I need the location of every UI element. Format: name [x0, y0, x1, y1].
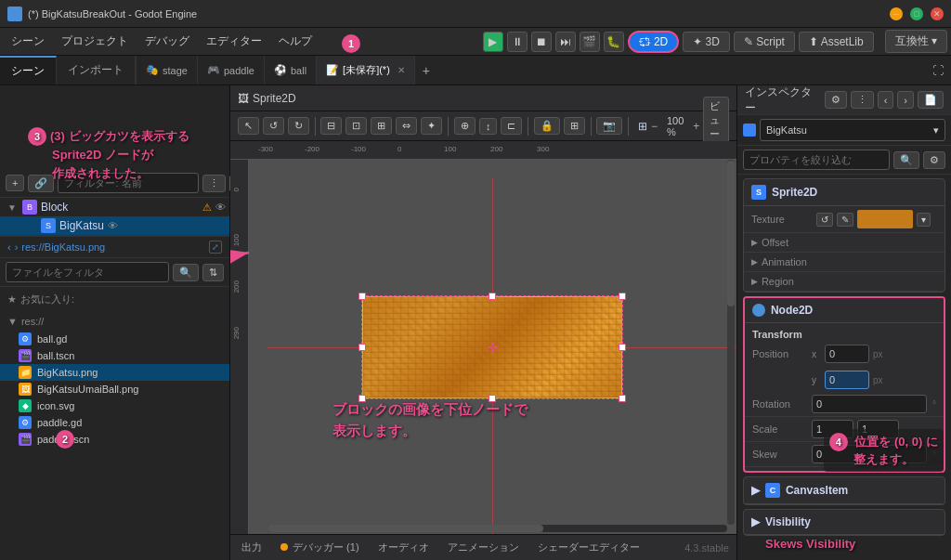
compat-button[interactable]: 互換性 ▾ [885, 30, 947, 53]
texture-preview[interactable] [857, 210, 913, 228]
move-tool[interactable]: ⊏ [501, 117, 522, 135]
lock-tool[interactable]: 🔒 [534, 117, 560, 135]
filter-search-icon[interactable]: 🔍 [893, 151, 919, 169]
file-sort-icon[interactable]: ⇅ [202, 264, 224, 281]
texture-edit[interactable]: ✎ [837, 213, 853, 227]
add-node-button[interactable]: + [6, 175, 24, 191]
tab-import[interactable]: インポート [57, 56, 136, 85]
minimize-button[interactable]: ─ [890, 7, 903, 20]
nav-forward-icon[interactable]: › [15, 241, 19, 253]
zoom-minus[interactable]: − [651, 120, 658, 133]
scrollbar-v-thumb[interactable] [727, 161, 735, 306]
zoom-in[interactable]: ⊕ [454, 117, 476, 135]
inspector-scroll[interactable]: S Sprite2D Texture ↺ ✎ ▾ ▶ Offset [737, 175, 951, 560]
menu-debug[interactable]: デバッグ [137, 31, 197, 52]
scale-x-input[interactable]: 1 [812, 420, 853, 438]
debug-button[interactable]: 🐛 [604, 32, 624, 52]
offset-section[interactable]: ▶ Offset [744, 233, 944, 253]
mode-2d-button[interactable]: ⮔ 2D [628, 31, 679, 53]
handle-bottom-right[interactable] [619, 395, 626, 402]
tab-ball[interactable]: ⚽ ball [265, 56, 317, 85]
tree-node-bigkatsu[interactable]: S BigKatsu 👁 [0, 216, 229, 235]
scrollbar-horizontal[interactable] [267, 525, 727, 532]
tab-paddle[interactable]: 🎮 paddle [198, 56, 265, 85]
region-section[interactable]: ▶ Region [744, 272, 944, 292]
skew-input[interactable]: 0 [812, 445, 927, 463]
inspector-nav-forward[interactable]: › [897, 91, 914, 109]
movie-button[interactable]: 🎬 [580, 32, 600, 52]
texture-reset[interactable]: ↺ [816, 213, 833, 227]
eye-icon[interactable]: 👁 [215, 202, 226, 213]
rotate-right[interactable]: ↻ [288, 117, 309, 135]
assetlib-button[interactable]: ⬆ AssetLib [799, 32, 874, 52]
inspector-nav-back[interactable]: ‹ [878, 91, 894, 109]
file-filter-input[interactable] [6, 262, 169, 282]
inspector-docs[interactable]: 📄 [918, 91, 944, 109]
pivot-tool[interactable]: ✦ [421, 117, 442, 135]
play-button[interactable]: ▶ [483, 32, 503, 52]
camera-tool[interactable]: 📷 [596, 117, 622, 135]
script-button[interactable]: ✎ Script [734, 32, 795, 52]
snap-toggle[interactable]: ⊡ [345, 117, 367, 135]
close-button[interactable]: ✕ [931, 7, 944, 20]
handle-top-right[interactable] [619, 293, 626, 300]
add-tab-button[interactable]: + [415, 63, 437, 78]
handle-top-left[interactable] [358, 293, 366, 300]
handle-top-middle[interactable] [489, 293, 496, 300]
scene-more-button[interactable]: ⋮ [202, 175, 226, 192]
output-tab[interactable]: 出力 [238, 540, 266, 554]
viewport-canvas[interactable]: -300 -200 -100 0 100 200 300 0 100 200 2… [230, 141, 736, 534]
node-selector[interactable]: BigKatsu ▾ [760, 119, 945, 141]
menu-project[interactable]: プロジェクト [54, 31, 136, 52]
rotation-input[interactable]: 0 [812, 395, 927, 413]
pause-button[interactable]: ⏸ [507, 32, 528, 52]
file-item-ball-gd[interactable]: ⚙ ball.gd [0, 331, 229, 347]
animation-section[interactable]: ▶ Animation [744, 253, 944, 272]
inspector-settings[interactable]: ⚙ [825, 91, 847, 109]
handle-middle-left[interactable] [358, 344, 366, 351]
audio-tab[interactable]: オーディオ [374, 540, 433, 554]
menu-help[interactable]: ヘルプ [271, 31, 319, 52]
tab-scene[interactable]: シーン [0, 56, 57, 85]
scrollbar-h-thumb[interactable] [267, 525, 543, 532]
animation-tab[interactable]: アニメーション [444, 540, 523, 554]
add-tool[interactable]: ⊞ [371, 117, 392, 135]
inspector-more[interactable]: ⋮ [851, 91, 874, 109]
mirror-h[interactable]: ⇔ [396, 117, 417, 135]
favorites-header[interactable]: ★ お気に入り: [7, 291, 222, 308]
nav-back-icon[interactable]: ‹ [7, 241, 11, 253]
zoom-out[interactable]: ↕ [479, 118, 498, 135]
shader-editor-tab[interactable]: シェーダーエディター [534, 540, 644, 554]
rotate-left[interactable]: ↺ [263, 117, 284, 135]
position-y-input[interactable]: 0 [825, 371, 869, 389]
close-tab-icon[interactable]: ✕ [397, 65, 405, 75]
fullscreen-button[interactable]: ⛶ [925, 64, 951, 77]
file-item-ball-tscn[interactable]: 🎬 ball.tscn [0, 347, 229, 364]
step-button[interactable]: ⏭ [555, 32, 576, 52]
file-item-paddle-tscn[interactable]: 🎬 paddle.tscn [0, 431, 229, 448]
menu-scene[interactable]: シーン [4, 31, 52, 52]
sprite-preview[interactable]: ✛ [362, 296, 622, 398]
bigkatsu-eye-icon[interactable]: 👁 [108, 220, 118, 231]
select-tool[interactable]: ↖ [238, 117, 259, 135]
grid-toggle[interactable]: ⊟ [320, 117, 342, 135]
stop-button[interactable]: ⏹ [531, 32, 552, 52]
texture-dropdown[interactable]: ▾ [917, 213, 931, 227]
file-search-icon[interactable]: 🔍 [173, 264, 199, 281]
filter-options[interactable]: ⚙ [923, 151, 945, 169]
canvas-item-header[interactable]: ▶ C CanvasItem [744, 477, 944, 504]
tab-stage[interactable]: 🎭 stage [137, 56, 198, 85]
scrollbar-vertical[interactable] [727, 160, 735, 525]
maximize-button[interactable]: □ [910, 7, 923, 20]
tab-unsaved[interactable]: 📝 [未保存](*) ✕ [317, 56, 415, 85]
file-item-bigkatsu-png[interactable]: 📁 BigKatsu.png [0, 364, 229, 381]
scale-y-input[interactable]: 1 [857, 420, 899, 438]
file-panel-expand[interactable]: ⤢ [209, 241, 222, 254]
inspector-filter-input[interactable] [743, 150, 890, 170]
tree-node-block[interactable]: ▼ B Block ⚠ 👁 [0, 198, 229, 216]
menu-editor[interactable]: エディター [199, 31, 269, 52]
file-item-icon-svg[interactable]: ◆ icon.svg [0, 397, 229, 414]
zoom-plus[interactable]: + [693, 120, 699, 133]
debugger-tab[interactable]: デバッガー (1) [277, 540, 363, 554]
mode-3d-button[interactable]: ✦ 3D [683, 32, 730, 52]
